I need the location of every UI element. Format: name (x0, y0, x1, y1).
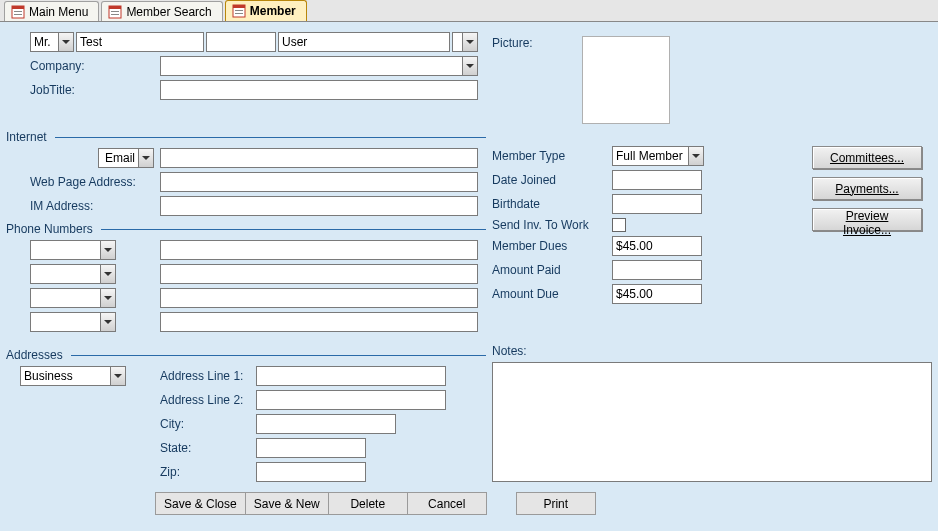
svg-rect-1 (12, 6, 24, 9)
city-label: City: (160, 417, 256, 431)
svg-rect-3 (14, 14, 22, 15)
addresses-section-label: Addresses (6, 348, 63, 362)
last-name-input[interactable] (278, 32, 450, 52)
company-label: Company: (30, 59, 160, 73)
section-divider (55, 137, 486, 138)
member-type-input[interactable] (612, 146, 688, 166)
phone2-type[interactable] (30, 264, 100, 284)
suffix-combo[interactable] (452, 32, 478, 52)
svg-rect-6 (111, 11, 119, 12)
member-type-label: Member Type (492, 149, 612, 163)
addr1-label: Address Line 1: (160, 369, 256, 383)
save-close-button[interactable]: Save & Close (155, 492, 246, 515)
phone2-type-combo[interactable] (30, 264, 116, 284)
svg-rect-11 (235, 13, 243, 14)
chevron-down-icon[interactable] (100, 288, 116, 308)
tab-main-menu[interactable]: Main Menu (4, 1, 99, 21)
birthdate-label: Birthdate (492, 197, 612, 211)
addr2-label: Address Line 2: (160, 393, 256, 407)
phones-section-label: Phone Numbers (6, 222, 93, 236)
member-dues-input[interactable] (612, 236, 702, 256)
phone1-input[interactable] (160, 240, 478, 260)
company-combo[interactable] (160, 56, 478, 76)
picture-label: Picture: (492, 36, 582, 124)
tab-member[interactable]: Member (225, 0, 307, 21)
notes-textarea[interactable] (492, 362, 932, 482)
svg-rect-10 (235, 10, 243, 11)
send-inv-checkbox[interactable] (612, 218, 626, 232)
zip-input[interactable] (256, 462, 366, 482)
addr1-input[interactable] (256, 366, 446, 386)
state-label: State: (160, 441, 256, 455)
state-input[interactable] (256, 438, 366, 458)
phone1-type[interactable] (30, 240, 100, 260)
birthdate-input[interactable] (612, 194, 702, 214)
chevron-down-icon[interactable] (462, 32, 478, 52)
cancel-button[interactable]: Cancel (407, 492, 487, 515)
address-type-input[interactable] (20, 366, 110, 386)
member-type-combo[interactable] (612, 146, 704, 166)
tab-label: Member Search (126, 5, 211, 19)
chevron-down-icon[interactable] (100, 240, 116, 260)
city-input[interactable] (256, 414, 396, 434)
chevron-down-icon[interactable] (110, 366, 126, 386)
webpage-label: Web Page Address: (30, 175, 160, 189)
notes-label: Notes: (492, 344, 527, 358)
chevron-down-icon[interactable] (462, 56, 478, 76)
svg-rect-2 (14, 11, 22, 12)
zip-label: Zip: (160, 465, 256, 479)
save-new-button[interactable]: Save & New (245, 492, 329, 515)
date-joined-input[interactable] (612, 170, 702, 190)
phone4-input[interactable] (160, 312, 478, 332)
phone1-type-combo[interactable] (30, 240, 116, 260)
webpage-input[interactable] (160, 172, 478, 192)
picture-box[interactable] (582, 36, 670, 124)
middle-name-input[interactable] (206, 32, 276, 52)
email-type-combo[interactable] (98, 148, 154, 168)
date-joined-label: Date Joined (492, 173, 612, 187)
phone2-input[interactable] (160, 264, 478, 284)
form-icon (232, 4, 246, 18)
payments-button[interactable]: Payments... (812, 177, 922, 200)
delete-button[interactable]: Delete (328, 492, 408, 515)
addr2-input[interactable] (256, 390, 446, 410)
address-type-combo[interactable] (20, 366, 150, 386)
chevron-down-icon[interactable] (100, 312, 116, 332)
im-input[interactable] (160, 196, 478, 216)
svg-rect-5 (109, 6, 121, 9)
phone3-input[interactable] (160, 288, 478, 308)
email-type-input[interactable] (98, 148, 138, 168)
committees-button[interactable]: Committees... (812, 146, 922, 169)
internet-section-label: Internet (6, 130, 47, 144)
form-icon (108, 5, 122, 19)
phone4-type[interactable] (30, 312, 100, 332)
section-divider (101, 229, 486, 230)
jobtitle-label: JobTitle: (30, 83, 160, 97)
phone4-type-combo[interactable] (30, 312, 116, 332)
company-input[interactable] (160, 56, 462, 76)
chevron-down-icon[interactable] (58, 32, 74, 52)
form-icon (11, 5, 25, 19)
prefix-input[interactable] (30, 32, 58, 52)
email-input[interactable] (160, 148, 478, 168)
chevron-down-icon[interactable] (100, 264, 116, 284)
svg-rect-9 (233, 5, 245, 8)
im-label: IM Address: (30, 199, 160, 213)
member-dues-label: Member Dues (492, 239, 612, 253)
phone3-type-combo[interactable] (30, 288, 116, 308)
amount-paid-label: Amount Paid (492, 263, 612, 277)
chevron-down-icon[interactable] (138, 148, 154, 168)
chevron-down-icon[interactable] (688, 146, 704, 166)
amount-due-label: Amount Due (492, 287, 612, 301)
amount-due-input[interactable] (612, 284, 702, 304)
suffix-input[interactable] (452, 32, 462, 52)
prefix-combo[interactable] (30, 32, 74, 52)
svg-rect-7 (111, 14, 119, 15)
first-name-input[interactable] (76, 32, 204, 52)
amount-paid-input[interactable] (612, 260, 702, 280)
print-button[interactable]: Print (516, 492, 596, 515)
tab-member-search[interactable]: Member Search (101, 1, 222, 21)
jobtitle-input[interactable] (160, 80, 478, 100)
phone3-type[interactable] (30, 288, 100, 308)
preview-invoice-button[interactable]: Preview Invoice... (812, 208, 922, 231)
